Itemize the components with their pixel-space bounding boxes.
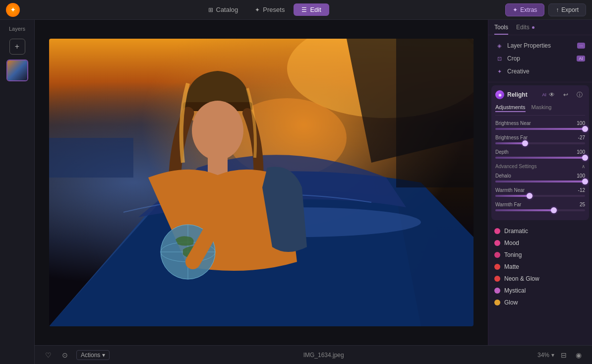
category-matte[interactable]: Matte xyxy=(492,261,588,273)
layer-properties-icon: ◈ xyxy=(495,42,503,50)
warmth-far-thumb[interactable] xyxy=(551,207,557,213)
tool-layer-properties[interactable]: ◈ Layer Properties ··· xyxy=(493,39,587,52)
depth-thumb[interactable] xyxy=(582,155,588,161)
brightness-near-track[interactable] xyxy=(495,128,585,130)
category-glow[interactable]: Glow xyxy=(492,297,588,308)
heart-icon[interactable]: ♡ xyxy=(43,350,54,361)
tool-crop[interactable]: ⊡ Crop AI xyxy=(493,52,587,65)
zoom-value: 34% xyxy=(537,352,549,359)
photo-container xyxy=(49,39,474,326)
category-mystical[interactable]: Mystical xyxy=(492,285,588,297)
mood-dot xyxy=(494,240,500,246)
category-mood[interactable]: Mood xyxy=(492,237,588,249)
relight-actions: 👁 ↩ ⓘ xyxy=(546,89,585,100)
relight-info-button[interactable]: ⓘ xyxy=(574,89,585,100)
canvas-main: Tools Edits ◈ Layer Properties ··· xyxy=(35,20,592,345)
brightness-near-thumb[interactable] xyxy=(582,126,588,132)
dehalo-thumb[interactable] xyxy=(582,179,588,184)
category-toning[interactable]: Toning xyxy=(492,249,588,261)
creative-icon: ✦ xyxy=(495,67,503,75)
brightness-far-thumb[interactable] xyxy=(522,140,528,146)
dehalo-fill xyxy=(495,181,585,182)
category-section: Dramatic Mood Toning Matte xyxy=(488,223,592,310)
presets-icon: ✦ xyxy=(255,6,260,13)
nav-catalog[interactable]: ⊞ Catalog xyxy=(200,3,246,16)
depth-fill xyxy=(495,157,585,159)
photo-overlay xyxy=(49,39,474,326)
add-layer-button[interactable]: + xyxy=(9,39,25,55)
svg-rect-13 xyxy=(49,138,133,178)
bottom-bar: ♡ ⊙ Actions ▾ IMG_1634.jpeg 34% ▾ ⊟ ◉ xyxy=(35,345,592,364)
zoom-chevron-icon: ▾ xyxy=(551,352,554,359)
relight-sub-tabs: Adjustments Masking xyxy=(495,104,585,116)
tool-section: ◈ Layer Properties ··· ⊡ Crop AI ✦ Creat… xyxy=(488,35,592,82)
canvas-area[interactable] xyxy=(35,20,488,345)
slider-brightness-far: Brightness Far -27 xyxy=(495,135,585,144)
bottom-bar-left: ♡ ⊙ Actions ▾ xyxy=(43,350,110,361)
layer-thumbnail-1[interactable] xyxy=(6,60,28,81)
slider-warmth-near: Warmth Near -12 xyxy=(495,187,585,197)
export-icon: ↑ xyxy=(556,6,559,13)
brightness-near-fill xyxy=(495,128,585,130)
bottom-bar-center: IMG_1634.jpeg xyxy=(118,352,530,359)
export-button[interactable]: ↑ Export xyxy=(548,3,586,16)
relight-header: ◉ Relight AI 👁 ↩ ⓘ xyxy=(495,89,585,100)
svg-rect-6 xyxy=(208,155,228,175)
app-logo: ✦ xyxy=(6,3,20,17)
right-panel: Tools Edits ◈ Layer Properties ··· xyxy=(488,20,592,345)
layers-title: Layers xyxy=(9,26,25,32)
relight-reset-button[interactable]: ↩ xyxy=(560,89,571,100)
category-neon-glow[interactable]: Neon & Glow xyxy=(492,273,588,285)
svg-point-5 xyxy=(192,101,243,160)
advanced-chevron-icon: ∧ xyxy=(582,164,585,169)
brightness-far-track[interactable] xyxy=(495,142,585,144)
depth-track[interactable] xyxy=(495,157,585,159)
sub-tab-masking[interactable]: Masking xyxy=(532,104,552,112)
extras-icon: ✦ xyxy=(513,6,518,13)
nav-presets[interactable]: ✦ Presets xyxy=(247,3,293,16)
dehalo-track[interactable] xyxy=(495,181,585,182)
left-sidebar: Layers + xyxy=(0,20,35,364)
flag-icon[interactable]: ⊙ xyxy=(59,350,70,361)
eye-icon[interactable]: ◉ xyxy=(573,350,584,361)
tab-edits[interactable]: Edits xyxy=(516,24,534,35)
edit-icon: ☰ xyxy=(301,6,307,13)
relight-visibility-button[interactable]: 👁 xyxy=(546,89,557,100)
slider-dehalo: Dehalo 100 xyxy=(495,173,585,182)
slider-brightness-near: Brightness Near 100 xyxy=(495,121,585,130)
extras-button[interactable]: ✦ Extras xyxy=(505,3,544,16)
warmth-far-track[interactable] xyxy=(495,209,585,211)
matte-dot xyxy=(494,264,500,270)
layer-thumb-image xyxy=(7,61,27,80)
relight-icon: ◉ xyxy=(495,90,504,99)
actions-chevron-icon: ▾ xyxy=(102,352,105,359)
zoom-display: 34% ▾ xyxy=(537,352,554,359)
catalog-icon: ⊞ xyxy=(208,6,213,13)
panel-tabs: Tools Edits xyxy=(488,20,592,35)
canvas-wrapper: Tools Edits ◈ Layer Properties ··· xyxy=(35,20,592,364)
bottom-bar-right: 34% ▾ ⊟ ◉ xyxy=(537,350,584,361)
category-dramatic[interactable]: Dramatic xyxy=(492,225,588,237)
tab-tools[interactable]: Tools xyxy=(494,24,508,35)
svg-rect-12 xyxy=(396,39,474,187)
crop-icon: ⊡ xyxy=(495,55,503,62)
filename-label: IMG_1634.jpeg xyxy=(303,352,344,359)
topbar-nav: ⊞ Catalog ✦ Presets ☰ Edit xyxy=(200,3,329,16)
relight-section: ◉ Relight AI 👁 ↩ ⓘ Adjustments xyxy=(491,85,589,220)
warmth-near-track[interactable] xyxy=(495,195,585,197)
glow-dot xyxy=(494,300,500,305)
neon-glow-dot xyxy=(494,276,500,282)
advanced-settings-header[interactable]: Advanced Settings ∧ xyxy=(495,164,585,169)
tool-creative[interactable]: ✦ Creative xyxy=(493,65,587,78)
toning-dot xyxy=(494,252,500,258)
warmth-near-fill xyxy=(495,195,530,197)
mystical-dot xyxy=(494,288,500,294)
nav-edit[interactable]: ☰ Edit xyxy=(294,3,329,16)
warmth-near-thumb[interactable] xyxy=(527,193,533,199)
compare-icon[interactable]: ⊟ xyxy=(558,350,569,361)
warmth-far-fill xyxy=(495,209,554,211)
sub-tab-adjustments[interactable]: Adjustments xyxy=(495,104,526,112)
topbar-right: ✦ Extras ↑ Export xyxy=(505,3,586,16)
actions-button[interactable]: Actions ▾ xyxy=(76,350,110,360)
main-content: Layers + xyxy=(0,20,592,364)
